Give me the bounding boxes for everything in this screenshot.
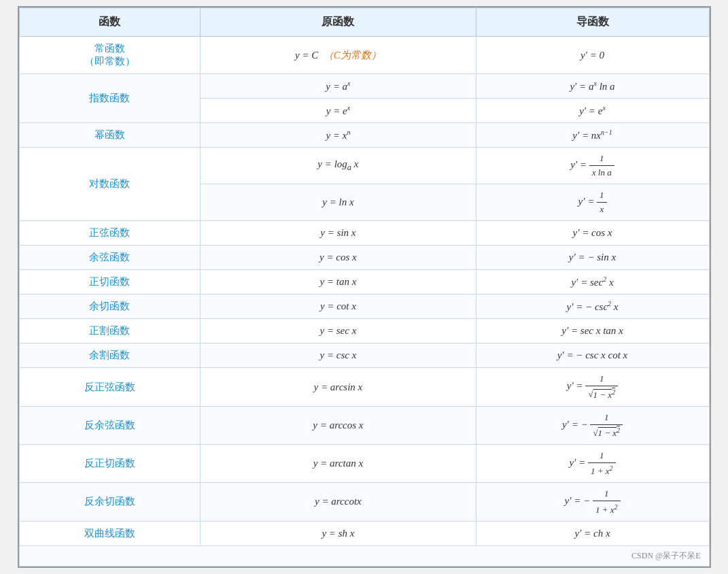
derivative-cell: y′ = cos x: [476, 221, 709, 246]
derivative-cell: y′ = ax ln a: [476, 74, 709, 99]
original-func-cell: y = arctan x: [201, 445, 476, 483]
table-row: 余弦函数y = cos xy′ = − sin x: [19, 246, 709, 270]
table-row: 双曲线函数y = sh xy′ = ch x: [19, 521, 709, 545]
original-func-cell: y = C （C为常数）: [201, 37, 476, 74]
derivative-cell: y′ = − csc2 x: [476, 294, 709, 319]
table-row: 反正切函数y = arctan xy′ = 11 + x2: [19, 445, 709, 483]
original-func-cell: y = sec x: [201, 319, 476, 343]
original-func-cell: y = sh x: [201, 521, 476, 545]
derivative-cell: y′ = − 11 + x2: [476, 483, 709, 521]
col-header-func: 函数: [19, 8, 201, 37]
func-name-cell: 双曲线函数: [19, 521, 201, 545]
main-table-container: 函数 原函数 导函数 常函数（即常数）y = C （C为常数）y′ = 0指数函…: [18, 6, 711, 567]
func-name-cell: 反余切函数: [19, 483, 201, 521]
table-row: 幂函数y = xny′ = nxn−1: [19, 123, 709, 148]
table-row: 余割函数y = csc xy′ = − csc x cot x: [19, 343, 709, 368]
table-row: 余切函数y = cot xy′ = − csc2 x: [19, 294, 709, 319]
derivative-cell: y′ = 1x: [476, 184, 709, 221]
original-func-cell: y = xn: [201, 123, 476, 148]
original-func-cell: y = arccos x: [201, 406, 476, 444]
func-name-cell: 反正切函数: [19, 445, 201, 483]
original-func-cell: y = sin x: [201, 221, 476, 246]
original-func-cell: y = ln x: [201, 184, 476, 221]
derivative-cell: y′ = ch x: [476, 521, 709, 545]
derivative-cell: y′ = 0: [476, 37, 709, 74]
footer-text: CSDN @呆子不呆E: [631, 551, 700, 560]
func-name-cell: 余割函数: [19, 343, 201, 368]
original-func-cell: y = cos x: [201, 246, 476, 270]
derivative-cell: y′ = sec2 x: [476, 270, 709, 294]
original-func-cell: y = cot x: [201, 294, 476, 319]
derivative-cell: y′ = − 1√1 − x2: [476, 406, 709, 444]
header-row: 函数 原函数 导函数: [19, 8, 709, 37]
derivative-cell: y′ = ex: [476, 99, 709, 123]
original-func-cell: y = tan x: [201, 270, 476, 294]
original-func-cell: y = ex: [201, 99, 476, 123]
table-row: 常函数（即常数）y = C （C为常数）y′ = 0: [19, 37, 709, 74]
func-name-cell: 常函数（即常数）: [19, 37, 201, 74]
original-func-cell: y = arccotx: [201, 483, 476, 521]
func-name-cell: 余弦函数: [19, 246, 201, 270]
col-header-derivative: 导函数: [476, 8, 709, 37]
func-name-cell: 正割函数: [19, 319, 201, 343]
original-func-cell: y = loga x: [201, 148, 476, 184]
footer-row: CSDN @呆子不呆E: [19, 545, 709, 566]
table-row: 对数函数y = loga xy′ = 1x ln a: [19, 148, 709, 184]
original-func-cell: y = arcsin x: [201, 368, 476, 406]
func-name-cell: 余切函数: [19, 294, 201, 319]
derivative-cell: y′ = sec x tan x: [476, 319, 709, 343]
col-header-original: 原函数: [201, 8, 476, 37]
func-name-cell: 对数函数: [19, 148, 201, 221]
func-name-cell: 反正弦函数: [19, 368, 201, 406]
table-row: 反正弦函数y = arcsin xy′ = 1√1 − x2: [19, 368, 709, 406]
func-name-cell: 正弦函数: [19, 221, 201, 246]
derivative-cell: y′ = 1√1 − x2: [476, 368, 709, 406]
func-name-cell: 幂函数: [19, 123, 201, 148]
table-row: 正弦函数y = sin xy′ = cos x: [19, 221, 709, 246]
table-row: 正割函数y = sec xy′ = sec x tan x: [19, 319, 709, 343]
table-row: 反余切函数y = arccotxy′ = − 11 + x2: [19, 483, 709, 521]
derivative-table: 函数 原函数 导函数 常函数（即常数）y = C （C为常数）y′ = 0指数函…: [19, 7, 710, 566]
footer-cell: CSDN @呆子不呆E: [19, 545, 709, 566]
func-name-cell: 指数函数: [19, 74, 201, 123]
derivative-cell: y′ = − sin x: [476, 246, 709, 270]
table-row: 指数函数y = axy′ = ax ln a: [19, 74, 709, 99]
original-func-cell: y = ax: [201, 74, 476, 99]
func-name-cell: 正切函数: [19, 270, 201, 294]
derivative-cell: y′ = nxn−1: [476, 123, 709, 148]
derivative-cell: y′ = − csc x cot x: [476, 343, 709, 368]
derivative-cell: y′ = 11 + x2: [476, 445, 709, 483]
table-row: 正切函数y = tan xy′ = sec2 x: [19, 270, 709, 294]
original-func-cell: y = csc x: [201, 343, 476, 368]
func-name-cell: 反余弦函数: [19, 406, 201, 444]
derivative-cell: y′ = 1x ln a: [476, 148, 709, 184]
table-row: 反余弦函数y = arccos xy′ = − 1√1 − x2: [19, 406, 709, 444]
